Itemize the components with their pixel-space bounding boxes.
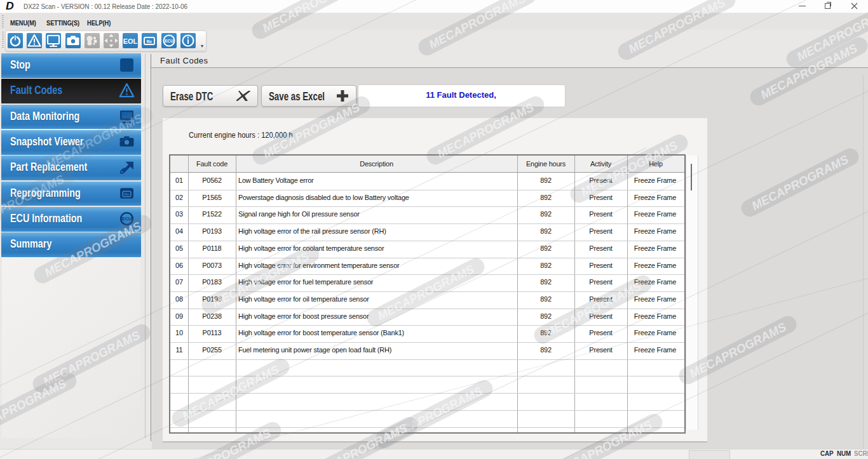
svg-text:EOL: EOL bbox=[123, 37, 138, 45]
svg-text:Re: Re bbox=[125, 192, 129, 196]
svg-text:ECU: ECU bbox=[165, 39, 173, 43]
svg-text:Re: Re bbox=[147, 39, 153, 44]
